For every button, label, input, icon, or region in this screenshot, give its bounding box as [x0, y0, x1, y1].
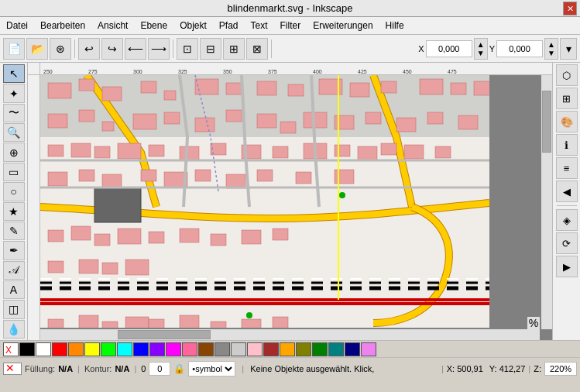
- dropper-tool[interactable]: 💧: [3, 320, 25, 339]
- color-swatch-3[interactable]: [52, 342, 67, 356]
- text-tool[interactable]: A: [3, 280, 25, 299]
- x-spinner[interactable]: ▲▼: [474, 38, 488, 60]
- color-swatch-5[interactable]: [84, 342, 100, 356]
- ruler-top-tick-400: 400: [313, 69, 322, 74]
- color-swatch-22[interactable]: [361, 342, 376, 356]
- color-swatch-13[interactable]: [214, 342, 230, 356]
- color-swatch-10[interactable]: [166, 342, 181, 356]
- gradient-tool[interactable]: ◫: [3, 300, 25, 318]
- expand-panel-button[interactable]: ◀: [556, 181, 578, 202]
- color-swatch-2[interactable]: [36, 342, 51, 356]
- opacity-input[interactable]: [149, 362, 170, 376]
- menu-item-ebene[interactable]: Ebene: [137, 19, 170, 33]
- close-button[interactable]: ✕: [563, 2, 577, 15]
- color-swatch-11[interactable]: [182, 342, 197, 356]
- fill-indicator[interactable]: ✕: [3, 363, 22, 375]
- color-swatch-6[interactable]: [101, 342, 116, 356]
- pen-tool[interactable]: ✒: [3, 241, 25, 260]
- status-sep-3: |: [242, 364, 244, 373]
- vertical-scrollbar-thumb[interactable]: [542, 91, 551, 153]
- expand-btn[interactable]: ▾: [560, 38, 577, 60]
- symbol-select[interactable]: •symbol: [188, 361, 235, 377]
- menu-item-filter[interactable]: Filter: [277, 19, 304, 33]
- align-right-btn[interactable]: ⊞: [223, 38, 245, 60]
- menu-item-hilfe[interactable]: Hilfe: [383, 19, 407, 33]
- zoom-tool[interactable]: 🔍: [3, 123, 25, 142]
- measure-tool[interactable]: ⊕: [3, 143, 25, 161]
- toolbar-separator-3: [271, 40, 272, 58]
- color-swatch-14[interactable]: [231, 342, 246, 356]
- y-spinner[interactable]: ▲▼: [544, 38, 558, 60]
- zoom-out-btn[interactable]: ⟵: [125, 38, 146, 60]
- fill-stroke-panel-button[interactable]: 🎨: [556, 111, 578, 132]
- vertical-scrollbar[interactable]: [541, 75, 552, 329]
- node-edit-tool[interactable]: ✦: [3, 84, 25, 102]
- opacity-label: 0: [141, 364, 146, 373]
- color-swatch-9[interactable]: [149, 342, 165, 356]
- rectangle-tool[interactable]: ▭: [3, 163, 25, 181]
- fill-value: N/A: [58, 364, 73, 373]
- status-sep-2: |: [134, 364, 136, 373]
- horizontal-scrollbar-thumb[interactable]: [118, 330, 211, 339]
- xml-editor-panel-button[interactable]: ⬡: [556, 64, 578, 86]
- undo-button[interactable]: ↩: [78, 38, 100, 60]
- status-sep-1: |: [77, 364, 80, 373]
- horizontal-scrollbar[interactable]: [40, 329, 540, 340]
- x-coord-display: X: 500,91: [447, 364, 483, 373]
- color-swatch-0[interactable]: [3, 342, 19, 356]
- circle-tool[interactable]: ○: [3, 182, 25, 201]
- align-top-btn[interactable]: ⊠: [246, 38, 268, 60]
- toolbar-separator-1: [74, 40, 75, 58]
- color-swatch-1[interactable]: [19, 342, 35, 356]
- color-swatch-15[interactable]: [247, 342, 263, 356]
- expand-right-button[interactable]: ▶: [556, 256, 578, 277]
- layers-panel-button[interactable]: ⊞: [556, 88, 578, 109]
- fill-x-icon: ✕: [5, 363, 15, 373]
- color-swatch-8[interactable]: [133, 342, 149, 356]
- menu-item-ansicht[interactable]: Ansicht: [94, 19, 131, 33]
- ruler-top-tick-300: 300: [133, 69, 142, 74]
- window-title: blindenmarkt.svg - Inkscape: [228, 2, 353, 14]
- star-tool[interactable]: ★: [3, 202, 25, 221]
- align-panel-button[interactable]: ≡: [556, 157, 578, 179]
- ruler-left: [28, 75, 40, 340]
- zoom-input[interactable]: [544, 362, 577, 376]
- svg-canvas[interactable]: [40, 75, 489, 328]
- main-area: ↖✦〜🔍⊕▭○★✎✒𝒜A◫💧 2502753003253503754004254…: [0, 63, 580, 340]
- color-swatch-17[interactable]: [280, 342, 295, 356]
- calligraphy-tool[interactable]: 𝒜: [3, 261, 25, 280]
- pencil-tool[interactable]: ✎: [3, 222, 25, 240]
- align-center-btn[interactable]: ⊟: [200, 38, 221, 60]
- canvas-area[interactable]: 250275300325350375400425450475 %: [28, 63, 552, 340]
- color-swatch-21[interactable]: [345, 342, 360, 356]
- menu-item-text[interactable]: Text: [248, 19, 271, 33]
- select-tool[interactable]: ↖: [3, 64, 25, 83]
- y-input[interactable]: [496, 40, 543, 57]
- object-props-panel-button[interactable]: ℹ: [556, 134, 578, 156]
- color-swatch-12[interactable]: [198, 342, 214, 356]
- color-swatch-16[interactable]: [263, 342, 279, 356]
- menu-item-erweiterungen[interactable]: Erweiterungen: [310, 19, 376, 33]
- redo-button[interactable]: ↪: [101, 38, 123, 60]
- menu-item-objekt[interactable]: Objekt: [177, 19, 210, 33]
- color-swatch-7[interactable]: [117, 342, 132, 356]
- menu-item-pfad[interactable]: Pfad: [216, 19, 242, 33]
- snap-guide-button[interactable]: ⟳: [556, 232, 578, 254]
- new-button[interactable]: 📄: [3, 38, 25, 60]
- open-button[interactable]: 📂: [26, 38, 48, 60]
- color-swatch-20[interactable]: [328, 342, 344, 356]
- x-input[interactable]: [426, 40, 472, 57]
- stroke-value: N/A: [115, 364, 129, 373]
- color-swatch-18[interactable]: [296, 342, 311, 356]
- zoom-in-btn[interactable]: ⟶: [148, 38, 170, 60]
- color-swatch-4[interactable]: [68, 342, 84, 356]
- menu-item-bearbeiten[interactable]: Bearbeiten: [37, 19, 88, 33]
- snap-nodes-button[interactable]: ◈: [556, 209, 578, 231]
- snap-indicator[interactable]: %: [527, 317, 540, 329]
- color-swatch-19[interactable]: [312, 342, 328, 356]
- snap-button[interactable]: ⊛: [50, 38, 71, 60]
- menu-item-datei[interactable]: Datei: [3, 19, 31, 33]
- align-left-btn[interactable]: ⊡: [177, 38, 198, 60]
- tweak-tool[interactable]: 〜: [3, 104, 25, 122]
- menu-bar: DateiBearbeitenAnsichtEbeneObjektPfadTex…: [0, 17, 580, 35]
